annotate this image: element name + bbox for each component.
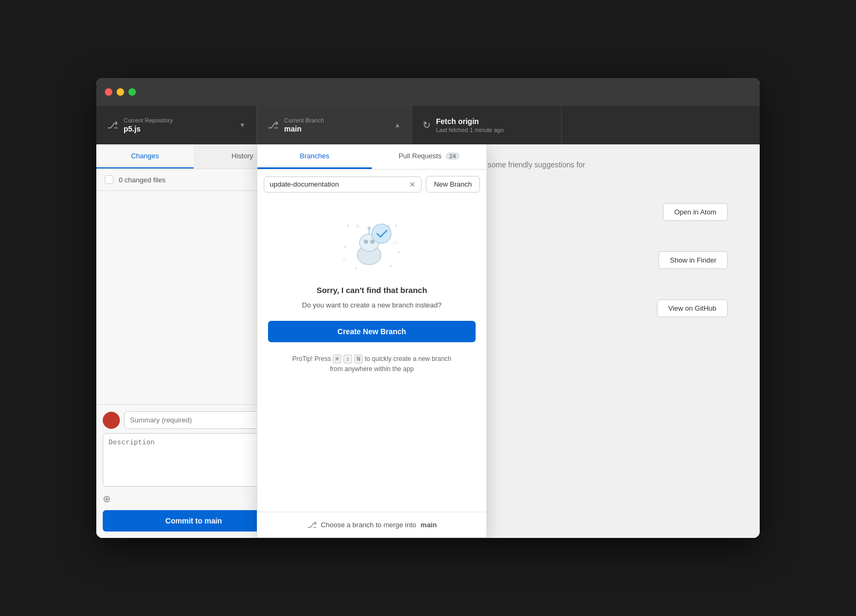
- svg-text:◇: ◇: [342, 256, 347, 261]
- current-repo-button[interactable]: ⎇ Current Repository p5.js ▼: [96, 106, 257, 144]
- tab-changes[interactable]: Changes: [96, 144, 194, 168]
- branch-icon: ⎇: [268, 119, 279, 131]
- traffic-lights: [105, 88, 136, 96]
- search-row: ✕ New Branch: [257, 170, 486, 199]
- current-branch-button[interactable]: ⎇ Current Branch main ▲: [257, 106, 412, 144]
- new-branch-button[interactable]: New Branch: [426, 176, 480, 192]
- minimize-button[interactable]: [117, 88, 124, 96]
- show-in-finder-button[interactable]: Show in Finder: [659, 251, 728, 269]
- pr-badge: 24: [446, 152, 460, 160]
- branch-name: main: [284, 125, 324, 133]
- empty-state-title: Sorry, I can't find that branch: [317, 286, 427, 295]
- svg-point-4: [355, 267, 357, 270]
- repo-label: Current Repository: [124, 117, 173, 124]
- maximize-button[interactable]: [128, 88, 136, 96]
- svg-point-5: [389, 265, 392, 267]
- protip-text: ProTip! Press ⌘ ⇧ N to quickly create a …: [292, 354, 452, 374]
- branch-chevron-icon: ▲: [394, 121, 401, 129]
- merge-branch-bar[interactable]: ⎇ Choose a branch to merge into main: [257, 512, 486, 537]
- repo-icon: ⎇: [107, 119, 118, 131]
- fetch-origin-button[interactable]: ↻ Fetch origin Last fetched 1 minute ago: [412, 106, 562, 144]
- avatar: [103, 412, 120, 429]
- svg-point-16: [372, 224, 391, 243]
- titlebar: [96, 78, 760, 106]
- search-clear-icon[interactable]: ✕: [409, 180, 416, 189]
- toolbar: ⎇ Current Repository p5.js ▼ ⎇ Current B…: [96, 106, 760, 144]
- changed-files-count: 0 changed files: [119, 176, 165, 184]
- fetch-sublabel: Last fetched 1 minute ago: [436, 127, 504, 133]
- add-coauthor-icon[interactable]: ⊕: [103, 493, 111, 505]
- svg-point-3: [398, 251, 400, 253]
- main-content: Changes History 0 changed files ⊕: [96, 144, 760, 538]
- repo-chevron-icon: ▼: [239, 121, 246, 129]
- not-found-illustration: × × ◇ ◇: [340, 215, 404, 279]
- empty-state-subtitle: Do you want to create a new branch inste…: [302, 301, 442, 309]
- view-on-github-button[interactable]: View on GitHub: [657, 299, 728, 317]
- branch-label: Current Branch: [284, 117, 324, 124]
- svg-point-12: [364, 240, 368, 244]
- merge-icon: ⎇: [307, 520, 317, 530]
- branch-search-input[interactable]: [270, 180, 406, 188]
- create-new-branch-button[interactable]: Create New Branch: [268, 321, 476, 342]
- svg-point-2: [344, 246, 346, 248]
- svg-text:◇: ◇: [393, 240, 398, 245]
- dropdown-tab-branches[interactable]: Branches: [257, 144, 372, 169]
- svg-text:×: ×: [356, 222, 360, 230]
- open-in-atom-button[interactable]: Open in Atom: [663, 203, 728, 221]
- select-all-checkbox[interactable]: [105, 175, 113, 184]
- svg-point-1: [395, 225, 397, 227]
- repo-name: p5.js: [124, 125, 173, 133]
- branch-dropdown: Branches Pull Requests 24 ✕ New Branch: [257, 144, 487, 538]
- dropdown-tab-pull-requests[interactable]: Pull Requests 24: [372, 144, 486, 169]
- fetch-icon: ↻: [423, 119, 431, 131]
- search-box: ✕: [264, 176, 422, 192]
- svg-point-0: [347, 225, 349, 227]
- svg-point-15: [368, 227, 371, 230]
- close-button[interactable]: [105, 88, 112, 96]
- fetch-label: Fetch origin: [436, 117, 504, 126]
- empty-state: × × ◇ ◇: [257, 199, 486, 385]
- dropdown-tabs: Branches Pull Requests 24: [257, 144, 486, 170]
